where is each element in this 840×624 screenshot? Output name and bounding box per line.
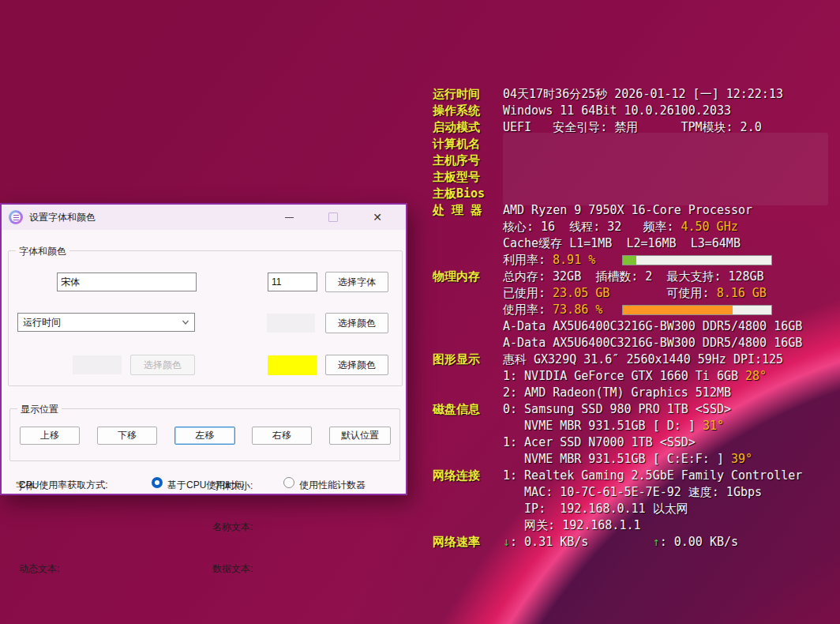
sysinfo-text: Cache缓存 L1=1MB L2=16MB L3=64MB xyxy=(503,236,741,250)
sysinfo-label: 主机序号 xyxy=(433,152,503,169)
dialog-titlebar[interactable]: 设置字体和颜色 ✕ xyxy=(2,205,406,230)
data-text-label: 数据文本: xyxy=(212,562,253,576)
sysinfo-text: 23.05 GB xyxy=(553,286,609,300)
minimize-button[interactable] xyxy=(267,205,311,230)
sysinfo-line: 主机序号 xyxy=(433,152,837,169)
sysinfo-label: 主板型号 xyxy=(433,169,503,186)
sysinfo-label: 运行时间 xyxy=(433,86,503,103)
sysinfo-label: 启动模式 xyxy=(433,119,503,136)
name-select-color-button[interactable]: 选择颜色 xyxy=(325,313,388,333)
sysinfo-line: 核心: 16 线程: 32 频率: 4.50 GHz xyxy=(433,219,837,235)
sysinfo-line: 使用率: 73.86 % xyxy=(433,302,837,318)
sysinfo-text: UEFI 安全引导: 禁用 TPM模块: 2.0 xyxy=(503,120,762,134)
sysinfo-text: 已使用: xyxy=(503,286,553,300)
sysinfo-line: 启动模式UEFI 安全引导: 禁用 TPM模块: 2.0 xyxy=(433,119,837,136)
sysinfo-panel: 运行时间04天17时36分25秒 2026-01-12 [一] 12:22:13… xyxy=(433,86,837,551)
sysinfo-line: 已使用: 23.05 GB 可使用: 8.16 GB xyxy=(433,285,837,302)
sysinfo-line: 磁盘信息0: Samsung SSD 980 PRO 1TB <SSD> xyxy=(433,401,837,418)
sysinfo-line: 物理内存总内存: 32GB 插槽数: 2 最大支持: 128GB xyxy=(433,269,837,285)
sysinfo-label: 物理内存 xyxy=(433,269,503,285)
sysinfo-text: 1: NVIDIA GeForce GTX 1660 Ti 6GB xyxy=(503,369,745,383)
dynamic-text-label: 动态文本: xyxy=(19,562,59,576)
dynamic-text-color-swatch xyxy=(73,355,122,374)
close-button[interactable]: ✕ xyxy=(355,205,399,230)
upload-arrow-icon: ↑ xyxy=(653,535,660,549)
sysinfo-line: 网关: 192.168.1.1 xyxy=(433,517,837,534)
display-item-dropdown[interactable]: 运行时间 xyxy=(17,313,195,332)
maximize-button[interactable] xyxy=(311,205,355,230)
default-position-button[interactable]: 默认位置 xyxy=(329,427,391,445)
sysinfo-line: A-Data AX5U6400C3216G-BW300 DDR5/4800 16… xyxy=(433,335,837,351)
move-down-button[interactable]: 下移 xyxy=(97,427,157,445)
move-right-button[interactable]: 右移 xyxy=(252,427,312,445)
display-item-selected: 运行时间 xyxy=(23,316,61,329)
sysinfo-line: 运行时间04天17时36分25秒 2026-01-12 [一] 12:22:13 xyxy=(433,86,837,103)
chevron-down-icon xyxy=(182,318,189,326)
sysinfo-line: 利用率: 8.91 % xyxy=(433,252,837,269)
sysinfo-text: 28° xyxy=(745,369,767,383)
select-font-button[interactable]: 选择字体 xyxy=(325,272,388,292)
cpu-mode-option-label[interactable]: 基于CPU使用时间 xyxy=(167,479,244,492)
sysinfo-label: 磁盘信息 xyxy=(433,401,503,418)
sysinfo-text: NVME MBR 931.51GB [ C:E:F: ] xyxy=(503,452,731,466)
cpu-mode-radio-2[interactable] xyxy=(283,477,294,488)
sysinfo-text: AMD Ryzen 9 7950X 16-Core Processor xyxy=(503,203,752,217)
data-text-color-swatch xyxy=(268,355,317,375)
sysinfo-text: 8.16 GB xyxy=(717,286,767,300)
sysinfo-label: 网络连接 xyxy=(433,468,503,484)
cpu-mode-label: CPU使用率获取方式: xyxy=(19,479,108,492)
sysinfo-label: 计算机名 xyxy=(433,136,503,152)
sysinfo-label: 操作系统 xyxy=(433,103,503,119)
font-name-input[interactable] xyxy=(57,273,197,291)
sysinfo-text: MAC: 10-7C-61-5E-7E-92 速度: 1Gbps xyxy=(503,485,762,499)
sysinfo-line: 网络连接1: Realtek Gaming 2.5GbE Family Cont… xyxy=(433,468,837,484)
minimize-icon xyxy=(285,217,294,218)
sysinfo-text: 31° xyxy=(703,419,724,433)
cpu-usage-bar xyxy=(622,255,772,265)
sysinfo-text xyxy=(588,535,652,549)
sysinfo-line: 网络速率↓: 0.31 KB/s ↑: 0.00 KB/s xyxy=(433,534,837,551)
dialog-title: 设置字体和颜色 xyxy=(29,211,96,224)
sysinfo-text: 利用率: xyxy=(503,253,553,267)
sysinfo-label: 主板Bios xyxy=(433,186,503,202)
download-arrow-icon: ↓ xyxy=(503,535,510,549)
sysinfo-text: 4.50 GHz xyxy=(681,220,737,234)
sysinfo-text: IP: 192.168.0.11 以太网 xyxy=(503,502,688,516)
cpu-mode-row: CPU使用率获取方式: 基于CPU使用时间使用性能计数器 xyxy=(2,474,406,493)
sysinfo-text: : 0.00 KB/s xyxy=(660,535,738,549)
sysinfo-text: 39° xyxy=(731,452,752,466)
sysinfo-text: 网关: 192.168.1.1 xyxy=(503,518,641,532)
sysinfo-text: Windows 11 64Bit 10.0.26100.2033 xyxy=(503,103,731,118)
sysinfo-text: 2: AMD Radeon(TM) Graphics 512MB xyxy=(503,385,731,400)
dynamic-select-color-button: 选择颜色 xyxy=(130,355,195,375)
sysinfo-line: 处 理 器AMD Ryzen 9 7950X 16-Core Processor xyxy=(433,202,837,219)
close-icon: ✕ xyxy=(373,212,382,223)
position-group-legend: 显示位置 xyxy=(17,403,62,416)
sysinfo-label: 图形显示 xyxy=(433,351,503,368)
sysinfo-line: 主板型号 xyxy=(433,169,837,186)
sysinfo-text: : 0.31 KB/s xyxy=(510,535,588,549)
desktop-wallpaper: 运行时间04天17时36分25秒 2026-01-12 [一] 12:22:13… xyxy=(0,0,840,624)
font-size-input[interactable] xyxy=(268,273,317,291)
sysinfo-line: 1: NVIDIA GeForce GTX 1660 Ti 6GB 28° xyxy=(433,368,837,385)
name-text-label: 名称文本: xyxy=(212,521,253,534)
sysinfo-line: 1: Acer SSD N7000 1TB <SSD> xyxy=(433,434,837,451)
move-up-button[interactable]: 上移 xyxy=(20,427,80,445)
sysinfo-text: 核心: 16 线程: 32 频率: xyxy=(503,220,681,234)
sysinfo-line: MAC: 10-7C-61-5E-7E-92 速度: 1Gbps xyxy=(433,484,837,501)
sysinfo-text: 惠科 GX329Q 31.6″ 2560x1440 59Hz DPI:125 xyxy=(503,352,783,367)
sysinfo-text: 04天17时36分25秒 2026-01-12 [一] 12:22:13 xyxy=(503,87,783,101)
sysinfo-line: IP: 192.168.0.11 以太网 xyxy=(433,501,837,517)
sysinfo-text: A-Data AX5U6400C3216G-BW300 DDR5/4800 16… xyxy=(503,319,802,333)
sysinfo-text: A-Data AX5U6400C3216G-BW300 DDR5/4800 16… xyxy=(503,336,802,350)
settings-dialog: 设置字体和颜色 ✕ 字体和颜色 字体: 字体大小: 选择字体 运行时间 名称文本… xyxy=(0,203,407,495)
move-left-button[interactable]: 左移 xyxy=(174,427,235,445)
cpu-mode-radio-1[interactable] xyxy=(152,477,163,488)
sysinfo-text: 使用率: xyxy=(503,303,553,317)
sysinfo-text: 73.86 % xyxy=(553,303,602,317)
sysinfo-text: NVME MBR 931.51GB [ D: ] xyxy=(503,419,703,433)
sysinfo-line: 操作系统Windows 11 64Bit 10.0.26100.2033 xyxy=(433,103,837,119)
sysinfo-label: 网络速率 xyxy=(433,534,503,551)
cpu-mode-option-label[interactable]: 使用性能计数器 xyxy=(299,479,366,492)
data-select-color-button[interactable]: 选择颜色 xyxy=(325,355,388,375)
